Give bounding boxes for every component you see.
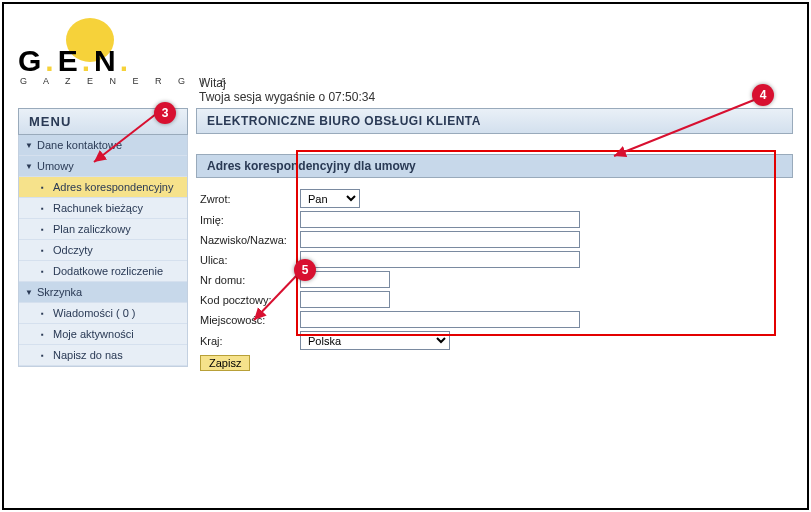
input-ulica[interactable] <box>300 251 580 268</box>
sidebar: MENU Dane kontaktowe Umowy Adres korespo… <box>18 108 188 486</box>
session-timer: Twoja sesja wygaśnie o 07:50:34 <box>199 90 375 104</box>
sidebar-item-dane-kontaktowe[interactable]: Dane kontaktowe <box>19 135 187 156</box>
sidebar-item-moje-aktywnosci[interactable]: Moje aktywności <box>19 324 187 345</box>
sidebar-item-odczyty[interactable]: Odczyty <box>19 240 187 261</box>
input-kod[interactable] <box>300 291 390 308</box>
address-form: Zwrot: Pan Imię: Nazwisko/Nazwa: Ulica: … <box>196 178 793 379</box>
sidebar-item-skrzynka[interactable]: Skrzynka <box>19 282 187 303</box>
label-kraj: Kraj: <box>200 335 300 347</box>
label-kod: Kod pocztowy: <box>200 294 300 306</box>
sidebar-item-plan-zaliczkowy[interactable]: Plan zaliczkowy <box>19 219 187 240</box>
label-imie: Imię: <box>200 214 300 226</box>
label-zwrot: Zwrot: <box>200 193 300 205</box>
page-title: ELEKTRONICZNE BIURO OBSŁUGI KLIENTA <box>196 108 793 134</box>
select-zwrot[interactable]: Pan <box>300 189 360 208</box>
logo-text: G.E.N. <box>18 44 231 78</box>
sidebar-item-umowy[interactable]: Umowy <box>19 156 187 177</box>
label-miejscowosc: Miejscowość: <box>200 314 300 326</box>
greeting: Witaj <box>199 76 375 90</box>
annotation-marker-3: 3 <box>154 102 176 124</box>
section-title: Adres korespondencyjny dla umowy <box>196 154 793 178</box>
annotation-marker-5: 5 <box>294 259 316 281</box>
sidebar-item-wiadomosci[interactable]: Wiadomości ( 0 ) <box>19 303 187 324</box>
save-button[interactable]: Zapisz <box>200 355 250 371</box>
label-nrdomu: Nr domu: <box>200 274 300 286</box>
select-kraj[interactable]: Polska <box>300 331 450 350</box>
menu-list: Dane kontaktowe Umowy Adres korespondenc… <box>18 135 188 367</box>
logo: G.E.N. G A Z E N E R G I A <box>18 22 231 66</box>
input-imie[interactable] <box>300 211 580 228</box>
label-ulica: Ulica: <box>200 254 300 266</box>
sidebar-item-dodatkowe-rozliczenie[interactable]: Dodatkowe rozliczenie <box>19 261 187 282</box>
sidebar-item-napisz-do-nas[interactable]: Napisz do nas <box>19 345 187 366</box>
session-header: Witaj Twoja sesja wygaśnie o 07:50:34 <box>199 76 375 104</box>
annotation-marker-4: 4 <box>752 84 774 106</box>
sidebar-item-rachunek-biezacy[interactable]: Rachunek bieżący <box>19 198 187 219</box>
input-nazwisko[interactable] <box>300 231 580 248</box>
input-miejscowosc[interactable] <box>300 311 580 328</box>
sidebar-item-adres-korespondencyjny[interactable]: Adres korespondencyjny <box>19 177 187 198</box>
main-content: ELEKTRONICZNE BIURO OBSŁUGI KLIENTA Adre… <box>196 108 793 486</box>
label-nazwisko: Nazwisko/Nazwa: <box>200 234 300 246</box>
